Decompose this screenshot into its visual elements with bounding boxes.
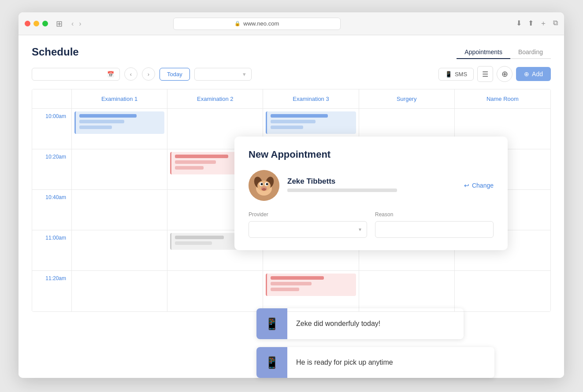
plus-icon: ⊕ [524, 70, 529, 78]
exam3-cell-1120[interactable] [263, 271, 359, 311]
sms-notification-2: 📱 He is ready for pick up anytime [256, 347, 494, 378]
prev-date-button[interactable]: ‹ [124, 67, 137, 81]
exam1-cell-1020[interactable] [72, 149, 167, 189]
maximize-button[interactable] [42, 21, 48, 26]
browser-toolbar: ⊞ ‹ › 🔒 www.neo.com ⬇ ⬆ ＋ ⧉ [19, 12, 564, 35]
url-text: www.neo.com [243, 20, 279, 27]
exam2-cell-1120[interactable] [167, 271, 263, 311]
add-label: Add [532, 70, 543, 78]
minimize-button[interactable] [33, 21, 39, 26]
download-icon[interactable]: ⬇ [516, 19, 522, 28]
appointment-card[interactable] [74, 111, 164, 134]
lock-icon: 🔒 [234, 21, 241, 26]
svg-point-10 [262, 188, 266, 191]
new-appointment-title: New Appointment [249, 149, 494, 160]
sms-text-1: Zeke did wonderfuly today! [287, 314, 389, 334]
phone-icon-1: 📱 [265, 317, 279, 331]
exam2-header: Examination 2 [167, 89, 263, 108]
phone-icon: 📱 [445, 71, 452, 78]
provider-select[interactable]: ▾ [249, 221, 367, 238]
exam1-cell-1000[interactable] [72, 109, 167, 149]
today-button[interactable]: Today [160, 68, 190, 81]
svg-point-8 [266, 183, 268, 185]
reason-label: Reason [375, 211, 494, 218]
traffic-lights [25, 21, 48, 26]
appointment-card[interactable] [266, 274, 356, 296]
tab-boarding[interactable]: Boarding [510, 46, 551, 59]
appt-line [79, 120, 124, 123]
right-toolbar: 📱 SMS ☰ ⊕ ⊕ Add [438, 66, 551, 82]
table-row: 11:20am [32, 271, 550, 311]
sms-icon-box-2: 📱 [256, 347, 287, 378]
appt-line [271, 288, 299, 291]
svg-point-7 [261, 183, 263, 185]
schedule-toolbar: 📅 ‹ › Today ▾ 📱 SMS ☰ ⊕ [32, 66, 551, 82]
tab-appointments[interactable]: Appointments [457, 46, 510, 59]
exam1-cell-1040[interactable] [72, 190, 167, 230]
patient-row: Zeke Tibbetts ↩ Change [249, 170, 494, 201]
reason-input[interactable] [375, 221, 494, 238]
page-header: Schedule Appointments Boarding [32, 46, 551, 59]
patient-info: Zeke Tibbetts [287, 177, 456, 194]
plus-circle-icon: ⊕ [501, 69, 508, 79]
nameroom-cell-1120[interactable] [455, 271, 550, 311]
address-bar[interactable]: 🔒 www.neo.com [173, 18, 341, 30]
time-cell: 11:00am [32, 230, 72, 270]
time-cell: 11:20am [32, 271, 72, 311]
browser-actions: ⬇ ⬆ ＋ ⧉ [516, 19, 558, 28]
sms-button[interactable]: 📱 SMS [438, 68, 474, 81]
appt-line [271, 114, 328, 118]
time-cell: 10:20am [32, 149, 72, 189]
calendar-icon: 📅 [107, 71, 114, 78]
time-header [32, 89, 72, 108]
grid-header: Examination 1 Examination 2 Examination … [32, 89, 550, 109]
list-view-button[interactable]: ☰ [477, 66, 493, 82]
list-icon: ☰ [482, 70, 488, 78]
exam3-header: Examination 3 [263, 89, 359, 108]
patient-avatar [249, 170, 279, 201]
new-appointment-panel: New Appointment [234, 137, 508, 250]
exam1-cell-1100[interactable] [72, 230, 167, 270]
sms-icon-box-1: 📱 [256, 308, 287, 339]
appt-line [271, 276, 323, 280]
surgery-cell-1120[interactable] [359, 271, 455, 311]
view-selector[interactable]: ▾ [194, 68, 252, 81]
nav-arrows: ‹ › [70, 19, 83, 29]
appt-line [175, 155, 228, 158]
sms-text-2: He is ready for pick up anytime [287, 352, 402, 373]
time-cell: 10:00am [32, 109, 72, 149]
patient-name: Zeke Tibbetts [287, 177, 456, 186]
appointment-card[interactable] [266, 111, 356, 134]
sidebar-toggle-icon[interactable]: ⊞ [56, 19, 63, 29]
appt-line [79, 114, 137, 118]
page-title: Schedule [32, 46, 79, 58]
forward-button[interactable]: › [77, 19, 83, 29]
exam1-header: Examination 1 [72, 89, 167, 108]
next-date-button[interactable]: › [142, 67, 155, 81]
appt-line [175, 241, 212, 245]
appt-line [271, 120, 316, 123]
add-circle-button[interactable]: ⊕ [497, 66, 512, 82]
date-picker[interactable]: 📅 [32, 68, 120, 81]
exam1-cell-1120[interactable] [72, 271, 167, 311]
change-button[interactable]: ↩ Change [464, 182, 494, 189]
tabs-icon[interactable]: ⧉ [553, 19, 558, 28]
appt-line [79, 126, 112, 129]
time-cell: 10:40am [32, 190, 72, 230]
surgery-header: Surgery [359, 89, 455, 108]
sms-notification-1: 📱 Zeke did wonderfuly today! [256, 308, 464, 339]
provider-field-group: Provider ▾ [249, 211, 367, 238]
name-room-header: Name Room [455, 89, 550, 108]
appt-line [271, 282, 312, 285]
header-tabs: Appointments Boarding [457, 46, 551, 59]
provider-label: Provider [249, 211, 367, 218]
close-button[interactable] [25, 21, 30, 26]
chevron-down-icon: ▾ [243, 71, 246, 78]
new-tab-icon[interactable]: ＋ [540, 19, 547, 28]
phone-icon-2: 📱 [265, 356, 279, 370]
share-icon[interactable]: ⬆ [528, 19, 534, 28]
add-button[interactable]: ⊕ Add [516, 67, 551, 81]
appt-line [175, 166, 204, 170]
back-button[interactable]: ‹ [70, 19, 75, 29]
chevron-down-icon: ▾ [359, 226, 361, 233]
